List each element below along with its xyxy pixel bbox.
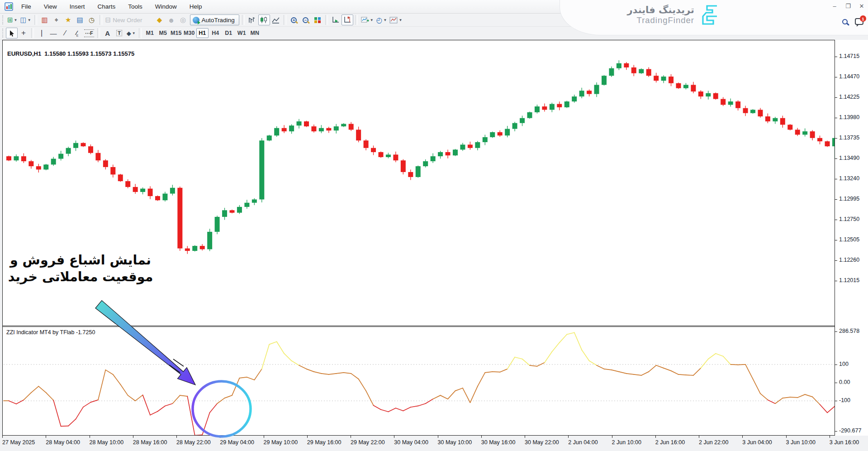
separator: [325, 15, 328, 25]
fibonacci-tool-button[interactable]: ⋯F: [83, 28, 95, 38]
candlestick-chart-button[interactable]: [258, 14, 270, 25]
bar-chart-button[interactable]: [247, 14, 258, 25]
indicator-line-segment: [530, 365, 537, 366]
navigator-button[interactable]: ⌖: [51, 14, 62, 25]
indicator-line-segment: [448, 391, 455, 399]
tile-windows-button[interactable]: [312, 14, 323, 25]
indicator-line-segment: [753, 379, 760, 393]
indicator-line-segment: [262, 345, 269, 369]
separator: [242, 15, 245, 25]
candle-body: [676, 83, 681, 88]
toolbar-grip[interactable]: [2, 29, 4, 38]
candle-body: [624, 63, 629, 67]
restore-button[interactable]: ❐: [844, 3, 852, 10]
timeframe-mn[interactable]: MN: [249, 28, 261, 38]
mql-community-button[interactable]: ☻: [166, 14, 177, 25]
indicator-line-segment: [83, 402, 90, 407]
candle-body: [758, 110, 763, 116]
timeframe-h1[interactable]: H1: [196, 28, 209, 38]
search-icon[interactable]: [842, 19, 848, 24]
zoom-out-icon: −: [303, 17, 308, 23]
time-axis-label: 2 Jun 10:00: [612, 439, 641, 446]
chart-shift-button[interactable]: [342, 14, 353, 25]
market-watch-button[interactable]: ▥: [39, 14, 51, 25]
candle-body: [408, 172, 413, 177]
line-chart-button[interactable]: [270, 14, 282, 25]
indicator-line-segment: [314, 372, 321, 374]
price-axis-label: 1.13735: [839, 134, 859, 141]
chat-icon[interactable]: 1: [855, 18, 863, 25]
candle-body: [446, 152, 451, 155]
candle-body: [520, 118, 525, 123]
menu-item-help[interactable]: Help: [183, 0, 209, 13]
timeframe-m5[interactable]: M5: [157, 28, 169, 38]
new-order-button: ⊟ New Order: [104, 14, 154, 25]
new-chart-button[interactable]: ⊞▼: [6, 14, 19, 25]
timeframe-h4[interactable]: H4: [209, 28, 222, 38]
channel-tool-button[interactable]: ∕∕E: [71, 28, 83, 38]
timeframe-w1[interactable]: W1: [236, 28, 248, 38]
profiles-button[interactable]: ◫▼: [19, 14, 33, 25]
close-button[interactable]: ✕: [858, 3, 865, 10]
text-tool-button[interactable]: A: [102, 28, 114, 38]
zoom-in-button[interactable]: +: [288, 14, 300, 25]
crosshair-tool-button[interactable]: +: [18, 28, 29, 38]
candle-body: [639, 69, 644, 73]
vertical-line-tool-button[interactable]: |: [36, 28, 47, 38]
expert-advisors-button[interactable]: ◎: [177, 14, 189, 25]
axis-tick: [655, 436, 656, 438]
zoom-in-icon: +: [291, 17, 297, 23]
indicator-line-segment: [582, 350, 589, 361]
axis-tick: [835, 97, 837, 98]
menu-item-view[interactable]: View: [38, 0, 63, 13]
candle-body: [557, 104, 562, 107]
autotrading-button[interactable]: AutoTrading: [190, 14, 239, 25]
timeframe-m15[interactable]: M15: [170, 28, 182, 38]
horizontal-line-tool-button[interactable]: —: [47, 28, 59, 38]
axis-tick: [786, 436, 787, 438]
timeframe-m1[interactable]: M1: [144, 28, 156, 38]
timeframe-d1[interactable]: D1: [223, 28, 235, 38]
timeframe-m30[interactable]: M30: [183, 28, 195, 38]
menu-item-tools[interactable]: Tools: [122, 0, 149, 13]
menu-item-charts[interactable]: Charts: [91, 0, 122, 13]
arrows-tool-button[interactable]: ◆▼: [125, 28, 137, 38]
templates-button[interactable]: ▼: [388, 14, 403, 25]
favorites-button[interactable]: ★: [62, 14, 74, 25]
candle-body: [371, 148, 376, 152]
candle-body: [512, 123, 517, 129]
brand-name-english: TradingFinder: [627, 15, 694, 25]
cursor-tool-button[interactable]: [6, 28, 18, 38]
time-axis-label: 27 May 2025: [2, 439, 35, 446]
data-window-button[interactable]: ▤: [74, 14, 86, 25]
axis-tick: [835, 431, 837, 432]
zoom-out-button[interactable]: −: [300, 14, 312, 25]
text-label-tool-button[interactable]: T: [114, 28, 125, 38]
time-axis[interactable]: 27 May 202528 May 04:0028 May 10:0028 Ma…: [0, 436, 868, 451]
auto-scroll-button[interactable]: [330, 14, 342, 25]
candle-body: [230, 210, 235, 213]
axis-tick: [742, 436, 743, 438]
candle-body: [304, 121, 309, 126]
metaeditor-button[interactable]: ◆: [154, 14, 166, 25]
menu-item-file[interactable]: File: [15, 0, 38, 13]
indicator-line-segment: [597, 365, 604, 369]
menu-item-insert[interactable]: Insert: [63, 0, 91, 13]
separator: [139, 28, 142, 38]
time-axis-label: 29 May 04:00: [220, 439, 254, 446]
menu-item-window[interactable]: Window: [149, 0, 183, 13]
candle-body: [587, 91, 592, 94]
toolbar-grip[interactable]: [2, 15, 4, 24]
minimize-button[interactable]: –: [831, 3, 838, 10]
indicators-button[interactable]: ▼: [360, 14, 375, 25]
candle-body: [341, 124, 346, 127]
indicator-line-segment: [485, 372, 492, 373]
candle-body: [713, 93, 718, 99]
indicator-pane[interactable]: ZZI Indicator MT4 by TFlab -1.7250: [3, 327, 835, 435]
trendline-tool-button[interactable]: ∕: [59, 28, 71, 38]
strategy-tester-button[interactable]: ◷: [86, 14, 98, 25]
candle-body: [423, 161, 428, 166]
menu-items: FileViewInsertChartsToolsWindowHelp: [15, 0, 209, 13]
price-axis[interactable]: 1.147151.144701.142251.139801.137351.134…: [835, 40, 868, 436]
periods-button[interactable]: ◴▼: [375, 14, 389, 25]
